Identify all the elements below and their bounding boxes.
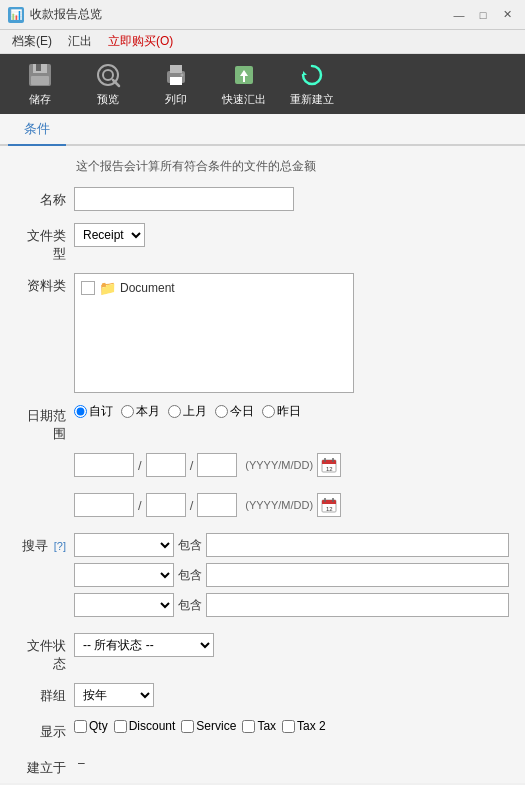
search-contains-1: 包含 <box>178 537 202 554</box>
date-inputs-1: / / (YYYY/M/DD) 12 <box>74 453 509 477</box>
export-icon <box>230 61 258 89</box>
rebuild-label: 重新建立 <box>290 92 334 107</box>
radio-month[interactable]: 本月 <box>121 403 160 420</box>
preview-button[interactable]: 预览 <box>76 57 140 111</box>
search-input-3[interactable] <box>206 593 509 617</box>
search-select-2[interactable] <box>74 563 174 587</box>
check-service-input[interactable] <box>181 720 194 733</box>
group-control: 按年 <box>74 683 509 707</box>
group-select[interactable]: 按年 <box>74 683 154 707</box>
date-row1-control: / / (YYYY/M/DD) 12 <box>74 453 509 483</box>
app-icon: 📊 <box>8 7 24 23</box>
date2-year[interactable] <box>74 493 134 517</box>
name-row: 名称 <box>16 187 509 213</box>
radio-month-label: 本月 <box>136 403 160 420</box>
radio-yesterday[interactable]: 昨日 <box>262 403 301 420</box>
check-qty-label: Qty <box>89 719 108 733</box>
print-label: 列印 <box>165 92 187 107</box>
display-checkbox-group: Qty Discount Service Tax Tax 2 <box>74 719 509 733</box>
date1-sep1: / <box>138 458 142 473</box>
radio-month-input[interactable] <box>121 405 134 418</box>
check-tax-input[interactable] <box>242 720 255 733</box>
search-help[interactable]: [?] <box>54 540 66 552</box>
radio-yesterday-input[interactable] <box>262 405 275 418</box>
category-row: 资料类 📁 Document <box>16 273 509 393</box>
menu-file[interactable]: 档案(E) <box>4 31 60 52</box>
radio-today-label: 今日 <box>230 403 254 420</box>
display-control: Qty Discount Service Tax Tax 2 <box>74 719 509 733</box>
check-service[interactable]: Service <box>181 719 236 733</box>
rebuild-button[interactable]: 重新建立 <box>280 57 344 111</box>
calendar1-button[interactable]: 12 <box>317 453 341 477</box>
minimize-button[interactable]: — <box>449 5 469 25</box>
search-label: 搜寻 <box>22 538 48 553</box>
date-range-row: 日期范围 自订 本月 上月 今日 <box>16 403 509 443</box>
export-label: 快速汇出 <box>222 92 266 107</box>
date-range-label: 日期范围 <box>16 403 74 443</box>
search-input-1[interactable] <box>206 533 509 557</box>
svg-point-5 <box>103 70 113 80</box>
created-control: – <box>74 755 509 770</box>
file-type-select[interactable]: Receipt <box>74 223 145 247</box>
check-discount-input[interactable] <box>114 720 127 733</box>
close-button[interactable]: ✕ <box>497 5 517 25</box>
svg-marker-13 <box>303 71 307 75</box>
search-control: 包含 包含 包含 <box>74 533 509 623</box>
tab-bar: 条件 <box>0 114 525 146</box>
file-status-select[interactable]: -- 所有状态 -- <box>74 633 214 657</box>
menu-bar: 档案(E) 汇出 立即购买(O) <box>0 30 525 54</box>
file-status-row: 文件状态 -- 所有状态 -- <box>16 633 509 673</box>
menu-export[interactable]: 汇出 <box>60 31 100 52</box>
rebuild-icon <box>298 61 326 89</box>
date1-year[interactable] <box>74 453 134 477</box>
check-tax2-label: Tax 2 <box>297 719 326 733</box>
svg-rect-9 <box>170 77 182 85</box>
created-label: 建立于 <box>16 755 74 777</box>
display-row: 显示 Qty Discount Service Tax <box>16 719 509 745</box>
radio-custom[interactable]: 自订 <box>74 403 113 420</box>
search-contains-3: 包含 <box>178 597 202 614</box>
name-input[interactable] <box>74 187 294 211</box>
radio-today[interactable]: 今日 <box>215 403 254 420</box>
hint-text: 这个报告会计算所有符合条件的文件的总金额 <box>76 158 509 175</box>
radio-custom-input[interactable] <box>74 405 87 418</box>
category-label: 资料类 <box>16 273 74 295</box>
search-input-2[interactable] <box>206 563 509 587</box>
date-radio-group: 自订 本月 上月 今日 昨日 <box>74 403 509 420</box>
calendar2-button[interactable]: 12 <box>317 493 341 517</box>
menu-buy[interactable]: 立即购买(O) <box>100 31 181 52</box>
print-button[interactable]: 列印 <box>144 57 208 111</box>
date1-sep2: / <box>190 458 194 473</box>
date-inputs-2: / / (YYYY/M/DD) 12 <box>74 493 509 517</box>
export-button[interactable]: 快速汇出 <box>212 57 276 111</box>
svg-text:12: 12 <box>326 466 333 472</box>
window-title: 收款报告总览 <box>30 6 449 23</box>
search-select-1[interactable] <box>74 533 174 557</box>
document-checkbox[interactable] <box>81 281 95 295</box>
search-select-3[interactable] <box>74 593 174 617</box>
check-qty-input[interactable] <box>74 720 87 733</box>
date2-month[interactable] <box>146 493 186 517</box>
maximize-button[interactable]: □ <box>473 5 493 25</box>
radio-today-input[interactable] <box>215 405 228 418</box>
check-service-label: Service <box>196 719 236 733</box>
file-status-label: 文件状态 <box>16 633 74 673</box>
save-label: 储存 <box>29 92 51 107</box>
check-tax2[interactable]: Tax 2 <box>282 719 326 733</box>
check-discount[interactable]: Discount <box>114 719 176 733</box>
check-tax2-input[interactable] <box>282 720 295 733</box>
svg-point-10 <box>181 74 184 77</box>
check-qty[interactable]: Qty <box>74 719 108 733</box>
group-label: 群组 <box>16 683 74 705</box>
save-button[interactable]: 储存 <box>8 57 72 111</box>
radio-last-month-label: 上月 <box>183 403 207 420</box>
date1-day[interactable] <box>197 453 237 477</box>
radio-last-month-input[interactable] <box>168 405 181 418</box>
tab-conditions[interactable]: 条件 <box>8 114 66 146</box>
group-row: 群组 按年 <box>16 683 509 709</box>
search-row-3: 包含 <box>74 593 509 617</box>
check-tax[interactable]: Tax <box>242 719 276 733</box>
radio-last-month[interactable]: 上月 <box>168 403 207 420</box>
date2-day[interactable] <box>197 493 237 517</box>
date1-month[interactable] <box>146 453 186 477</box>
